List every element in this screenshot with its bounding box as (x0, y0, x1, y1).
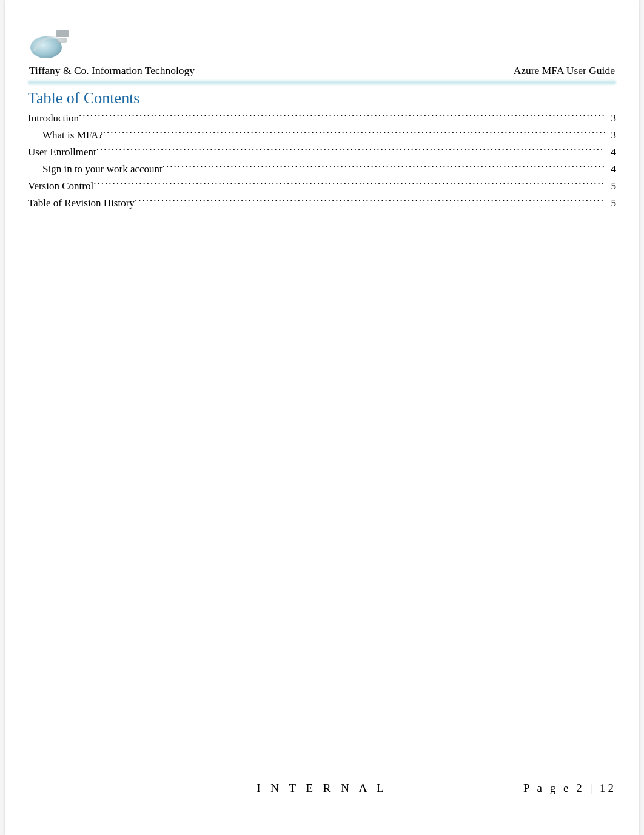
toc-entry-label: What is MFA? (42, 127, 103, 143)
header-left: Tiffany & Co. Information Technology (29, 64, 195, 77)
toc-leader-dots (103, 127, 605, 138)
toc-entry[interactable]: Introduction3 (28, 110, 616, 126)
footer-classification: I N T E R N A L (257, 782, 387, 795)
toc-leader-dots (96, 144, 605, 155)
toc-list: Introduction3What is MFA?3User Enrollmen… (28, 110, 616, 211)
toc-entry[interactable]: Sign in to your work account4 (28, 161, 616, 177)
toc-leader-dots (79, 110, 605, 121)
toc-leader-dots (93, 178, 605, 189)
toc-entry-label: Table of Revision History (28, 195, 135, 211)
toc-entry-page: 4 (605, 161, 616, 177)
toc-entry[interactable]: Table of Revision History5 (28, 195, 616, 211)
toc-entry-label: Introduction (28, 110, 79, 126)
footer-page-total: 12 (600, 782, 616, 794)
footer-page-current: 2 (576, 782, 585, 794)
toc-entry-page: 4 (605, 144, 616, 160)
toc-entry-page: 5 (605, 178, 616, 194)
toc-entry[interactable]: What is MFA?3 (28, 127, 616, 143)
footer-page-separator: | (591, 782, 593, 794)
page-footer: I N T E R N A L P a g e 2 | 12 (28, 782, 616, 795)
footer-page-label: P a g e (523, 782, 571, 794)
toc-entry-label: User Enrollment (28, 144, 96, 160)
toc-entry-label: Sign in to your work account (42, 161, 163, 177)
header-right: Azure MFA User Guide (514, 64, 615, 77)
toc-title: Table of Contents (28, 89, 616, 107)
toc-entry[interactable]: User Enrollment4 (28, 144, 616, 160)
footer-page-indicator: P a g e 2 | 12 (523, 782, 616, 795)
toc-entry-label: Version Control (28, 178, 93, 194)
toc-leader-dots (163, 161, 605, 172)
toc-entry-page: 3 (605, 110, 616, 126)
header-divider (28, 79, 616, 86)
company-logo (28, 24, 80, 61)
toc-entry-page: 3 (605, 127, 616, 143)
svg-rect-1 (56, 30, 69, 37)
document-page: Tiffany & Co. Information Technology Azu… (5, 0, 639, 835)
toc-leader-dots (135, 195, 605, 206)
toc-entry[interactable]: Version Control5 (28, 178, 616, 194)
toc-entry-page: 5 (605, 195, 616, 211)
page-header: Tiffany & Co. Information Technology Azu… (28, 64, 616, 79)
